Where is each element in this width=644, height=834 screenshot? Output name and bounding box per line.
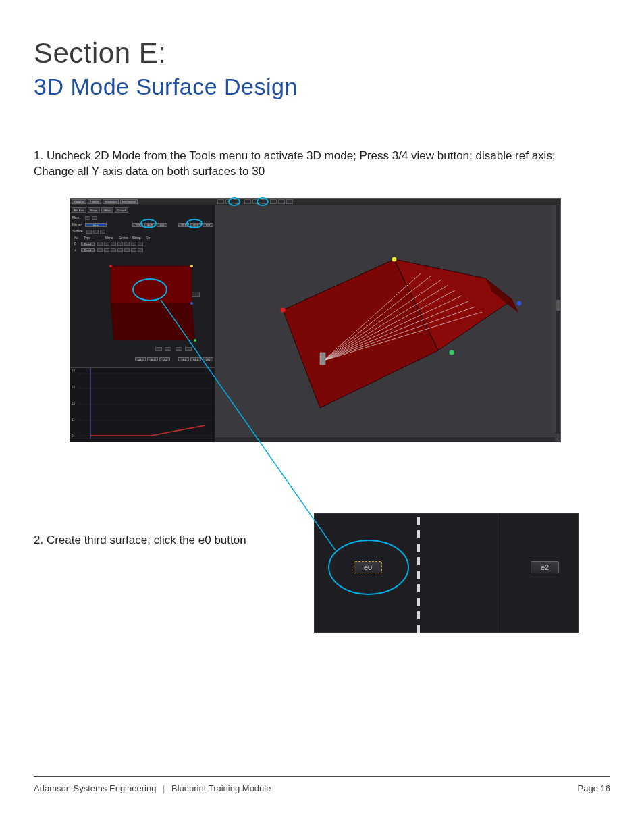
label-floor: Floor [72,216,79,219]
nav-up[interactable] [176,347,182,351]
label-surface: Surface [72,230,83,233]
floor-plus[interactable] [92,216,97,220]
row1-cb4[interactable] [117,248,123,252]
highlight-y0 [140,219,157,228]
viewport-scrollbar-vertical[interactable] [555,205,560,434]
surface-preview [90,263,198,344]
dashed-divider [417,517,420,629]
view-btn-8[interactable] [278,199,285,204]
footer-separator: | [163,783,165,793]
row0-cb2[interactable] [104,242,109,246]
subtab-stage[interactable]: Stage [88,207,100,213]
vscroll-thumb[interactable] [556,300,560,311]
row1-cb7[interactable] [138,248,143,252]
binp-l2[interactable]: 0.0 [159,357,170,361]
section-label: Section E: [34,37,610,70]
nav-down[interactable] [185,347,192,351]
tab-simulation[interactable]: Simulation [103,199,119,204]
page-footer: Adamson Systems Engineering | Blueprint … [34,776,610,793]
row1-cb1[interactable] [97,248,103,252]
nav-right[interactable] [165,347,171,351]
binp-r0[interactable]: 73.0 [178,357,189,361]
view-btn-4[interactable] [244,199,251,204]
svg-point-2 [109,265,112,267]
col-center: Center [119,236,128,240]
marker-z0[interactable]: 0.0 [157,223,167,227]
footer-left: Adamson Systems Engineering | Blueprint … [34,783,271,793]
row0-cb1[interactable] [97,242,103,246]
view-btn-7[interactable] [270,199,277,204]
svg-marker-1 [111,303,195,340]
surface-plus[interactable] [93,230,99,234]
label-marker: Marker [72,223,82,226]
row1-type[interactable]: Quad [81,248,95,252]
surface-copy[interactable] [100,230,105,234]
highlight-ref-axis [257,197,269,206]
3d-viewport[interactable] [215,205,560,442]
col-sitting: Sitting [132,236,141,240]
svg-point-26 [281,308,286,313]
svg-point-28 [517,301,522,306]
svg-point-27 [392,257,397,262]
col-on: On [146,236,150,240]
binp-l1[interactable]: -30.0 [147,357,158,361]
screenshot-1: Blueprint Tutorial Simulation Mechanical… [70,198,561,442]
binp-r2[interactable]: 0.0 [203,357,213,361]
row0-cb4[interactable] [117,242,123,246]
subtab-crowd[interactable]: Crowd [115,207,128,213]
row1-cb5[interactable] [124,248,130,252]
marker-select[interactable]: blue [85,223,107,227]
row0-type[interactable]: Quad [81,242,95,246]
highlight-3-4-view [228,197,240,206]
step-1-text: 1. Uncheck 2D Mode from the Tools menu t… [34,149,581,180]
elevation-graph: 44 33 22 11 0 [70,367,215,442]
marker-z1[interactable]: 0.0 [203,223,213,227]
tab-blueprint[interactable]: Blueprint [72,199,86,204]
row1-no: 1 [74,249,76,252]
tab-mechanical[interactable]: Mechanical [120,199,138,204]
binp-l0[interactable]: -43.0 [135,357,146,361]
svg-point-5 [194,339,196,342]
row1-cb6[interactable] [131,248,136,252]
row0-cb6[interactable] [131,242,136,246]
step-2-text: 2. Create third surface; click the e0 bu… [34,533,246,547]
nav-left[interactable] [155,347,162,351]
col-type: Type [84,236,90,240]
3d-scene-svg [215,205,553,435]
screenshot-2: e0 e2 [314,513,579,633]
col-no: No [74,236,78,240]
footer-module: Blueprint Training Module [171,783,271,793]
svg-point-4 [190,302,193,305]
view-btn-9[interactable] [286,199,293,204]
svg-point-29 [450,350,454,355]
surface-minus[interactable] [86,230,92,234]
col-mirror: Mirror [105,236,113,240]
highlight-e0-large [328,540,409,595]
row0-cb7[interactable] [138,242,143,246]
svg-rect-25 [320,353,325,365]
view-btn-1[interactable] [217,199,224,204]
floor-minus[interactable] [85,216,90,220]
row0-cb3[interactable] [111,242,116,246]
surface-preview-svg [90,263,198,344]
subtab-floor[interactable]: Floor [101,207,113,213]
row1-cb2[interactable] [104,248,109,252]
subtab-refaxis[interactable]: Ref Axis [72,207,86,213]
row0-no: 0 [74,242,76,246]
viewport-scrollbar-horizontal[interactable] [215,436,555,442]
row0-cb5[interactable] [124,242,130,246]
page-title: 3D Mode Surface Design [34,74,610,100]
highlight-e0 [132,278,167,301]
binp-r1[interactable]: 33.3 [190,357,201,361]
footer-page: Page 16 [578,783,610,793]
row1-cb3[interactable] [111,248,116,252]
elevation-svg [70,368,215,443]
main-toolbar: Blueprint Tutorial Simulation Mechanical [70,199,560,205]
highlight-y1 [186,219,203,228]
svg-point-3 [190,265,193,267]
footer-company: Adamson Systems Engineering [34,783,156,793]
panel-separator [500,514,500,632]
e2-button[interactable]: e2 [531,561,559,573]
tab-tutorial[interactable]: Tutorial [88,199,101,204]
